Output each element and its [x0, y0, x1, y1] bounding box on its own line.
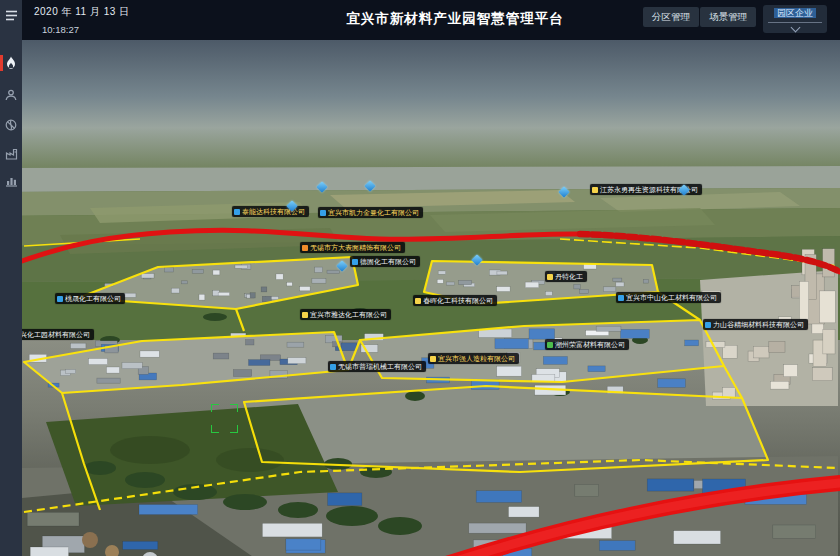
company-logo-icon	[57, 296, 63, 302]
company-label-text: 潮州荣富材料有限公司	[555, 341, 625, 349]
bar-chart-icon[interactable]	[0, 172, 22, 190]
app-window: 泰能达科技有限公司宜兴市凯力金曼化工有限公司江苏永勇再生资源科技有限公司无锡市方…	[0, 0, 840, 556]
time-label: 10:18:27	[42, 24, 79, 35]
company-label-text: 宜兴市中山化工材料有限公司	[626, 294, 717, 302]
date-label: 2020 年 11 月 13 日	[34, 5, 130, 19]
company-label[interactable]: 力山谷精细材料科技有限公司	[703, 319, 808, 330]
globe-icon[interactable]	[0, 116, 22, 134]
company-label[interactable]: 宜兴市雅达化工有限公司	[300, 309, 391, 320]
company-label[interactable]: 德固化工有限公司	[350, 256, 420, 267]
company-logo-icon	[705, 322, 711, 328]
company-label[interactable]: 无锡市方大表面精饰有限公司	[300, 242, 405, 253]
user-icon[interactable]	[0, 86, 22, 104]
company-logo-icon	[618, 295, 624, 301]
enterprise-dropdown[interactable]: 园区企业	[763, 5, 827, 33]
company-label-text: 桃晟化工有限公司	[65, 295, 121, 303]
company-label-text: 宜兴市雅达化工有限公司	[310, 311, 387, 319]
company-label-text: 泰能达科技有限公司	[242, 208, 305, 216]
company-label-text: 力山谷精细材料科技有限公司	[713, 321, 804, 329]
company-label-text: 无锡市方大表面精饰有限公司	[310, 244, 401, 252]
company-logo-icon	[352, 259, 358, 265]
company-logo-icon	[234, 209, 240, 215]
company-logo-icon	[330, 364, 336, 370]
company-logo-icon	[592, 187, 598, 193]
flame-icon[interactable]	[0, 54, 22, 72]
company-label[interactable]: 潮州荣富材料有限公司	[545, 339, 629, 350]
company-logo-icon	[320, 210, 326, 216]
factory-icon[interactable]	[0, 145, 22, 163]
zone-management-button[interactable]: 分区管理	[643, 7, 699, 27]
company-label[interactable]: 春晖化工科技有限公司	[413, 295, 497, 306]
company-logo-icon	[430, 356, 436, 362]
company-label-text: 兴化工园材料有限公司	[20, 331, 90, 339]
header-bar: 2020 年 11 月 13 日 10:18:27 宜兴市新材料产业园智慧管理平…	[0, 0, 840, 40]
company-label[interactable]: 宜兴市凯力金曼化工有限公司	[318, 207, 423, 218]
company-label[interactable]: 无锡市普瑞机械工有限公司	[328, 361, 426, 372]
page-title: 宜兴市新材料产业园智慧管理平台	[346, 10, 564, 28]
company-label-text: 丹特化工	[555, 273, 583, 281]
company-logo-icon	[302, 312, 308, 318]
company-logo-icon	[547, 342, 553, 348]
company-logo-icon	[547, 274, 553, 280]
enterprise-dropdown-label: 园区企业	[774, 8, 816, 18]
company-label[interactable]: 泰能达科技有限公司	[232, 206, 309, 217]
company-label-text: 宜兴市强人造粒有限公司	[438, 355, 515, 363]
company-label[interactable]: 宜兴市强人造粒有限公司	[428, 353, 519, 364]
scene-management-button[interactable]: 场景管理	[700, 7, 756, 27]
company-logo-icon	[302, 245, 308, 251]
chevron-down-icon	[790, 23, 800, 33]
company-label[interactable]: 兴化工园材料有限公司	[10, 329, 94, 340]
company-label-text: 德固化工有限公司	[360, 258, 416, 266]
company-label-text: 宜兴市凯力金曼化工有限公司	[328, 209, 419, 217]
company-label[interactable]: 丹特化工	[545, 271, 587, 282]
company-logo-icon	[415, 298, 421, 304]
menu-icon[interactable]	[0, 6, 22, 24]
company-label[interactable]: 宜兴市中山化工材料有限公司	[616, 292, 721, 303]
company-label-text: 无锡市普瑞机械工有限公司	[338, 363, 422, 371]
sidebar	[0, 0, 22, 556]
company-label-text: 春晖化工科技有限公司	[423, 297, 493, 305]
company-label[interactable]: 桃晟化工有限公司	[55, 293, 125, 304]
